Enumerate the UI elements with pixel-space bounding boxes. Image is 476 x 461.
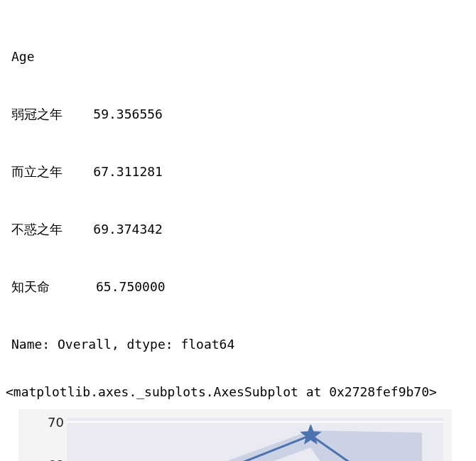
y-tick-label: 68 <box>48 457 64 461</box>
grid-line <box>67 421 443 423</box>
line-chart <box>67 418 443 461</box>
series-output: Age 弱冠之年 59.356556 而立之年 67.311281 不惑之年 6… <box>6 6 470 376</box>
series-header: Age <box>11 47 465 66</box>
y-tick-label: 70 <box>48 415 64 430</box>
series-footer: Name: Overall, dtype: float64 <box>11 335 465 354</box>
chart-container: 606264666870 弱冠之年而立之年不惑之年知天命 Overall Age… <box>18 409 452 461</box>
series-row: 不惑之年 69.374342 <box>11 219 465 239</box>
axes-repr: <matplotlib.axes._subplots.AxesSubplot a… <box>6 376 470 405</box>
plot-region <box>67 418 443 461</box>
series-row: 知天命 65.750000 <box>11 277 465 296</box>
series-row: 弱冠之年 59.356556 <box>11 104 465 124</box>
series-row: 而立之年 67.311281 <box>11 162 465 181</box>
